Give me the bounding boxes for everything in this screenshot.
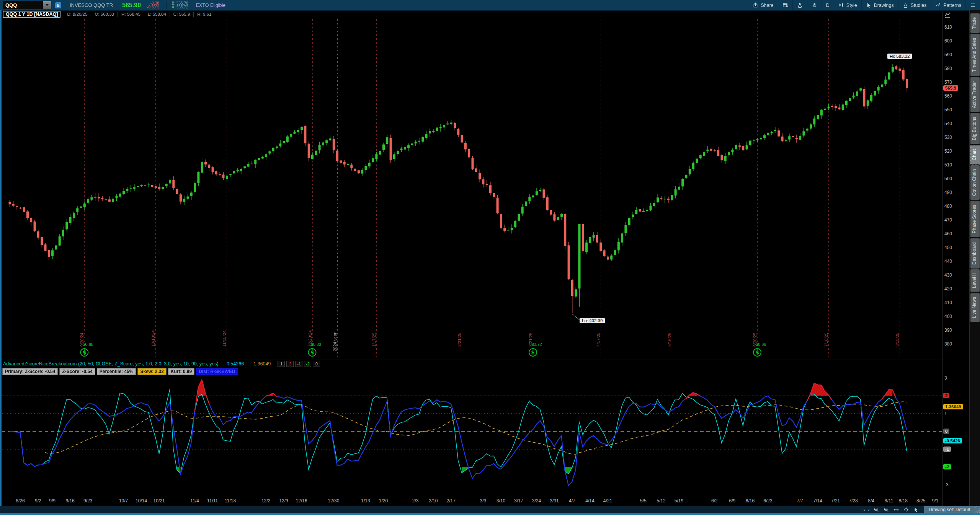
sidebar-tab-phase-scores[interactable]: Phase Scores: [970, 201, 980, 237]
indicator-axis-label: 2: [943, 393, 949, 398]
pattern-zigzag-icon[interactable]: [944, 12, 951, 20]
drawing-set-selector[interactable]: Drawing set: Default: [924, 506, 975, 513]
date-axis-label: 3/10: [497, 498, 505, 504]
date-axis[interactable]: 8/269/29/99/169/2310/710/1410/2111/411/1…: [0, 496, 942, 506]
flask-icon: [797, 2, 803, 8]
sidebar-tab-level-ii[interactable]: Level II: [970, 269, 980, 292]
price-axis-label: 560: [944, 93, 952, 99]
indicator-title[interactable]: AdvancedZscoreNiceBreakoutcom (20, 50, C…: [3, 361, 219, 367]
indicator-secondary-value: 1.36049: [250, 361, 274, 367]
date-axis-label: 8/18: [899, 498, 908, 504]
indicator-axis[interactable]: 321.3604910-0.5426-1-2-3: [942, 367, 969, 495]
indicator-header: AdvancedZscoreNiceBreakoutcom (20, 50, C…: [0, 360, 942, 367]
quick-study-button[interactable]: [792, 0, 807, 10]
sidebar-tab-times-and-sales[interactable]: Times And Sales: [970, 34, 980, 76]
chart-symbol-chip[interactable]: QQQ 1 Y 1D [NASDAQ]: [3, 11, 60, 18]
sidebar-tab-active-trader[interactable]: Active Trader: [970, 77, 980, 112]
date-axis-label: 9/2: [35, 498, 41, 504]
main-chart-canvas[interactable]: [0, 0, 980, 515]
sidebar-tab-trade[interactable]: Trade: [970, 13, 980, 33]
scroll-right-button[interactable]: ›: [867, 507, 871, 512]
indicator-toggle--1[interactable]: -1: [295, 361, 302, 367]
price-axis-label: 590: [944, 52, 952, 57]
pan-button[interactable]: [891, 507, 901, 512]
change-percent: -0.59%: [147, 5, 159, 9]
calendar-icon: [782, 2, 788, 8]
date-axis-label: 4/21: [603, 498, 612, 504]
menu-button[interactable]: [965, 0, 980, 10]
high-marker-bubble: Hi: 583.32: [887, 54, 912, 59]
share-icon: [753, 2, 758, 8]
date-axis-label: 3/31: [550, 498, 559, 504]
current-price-bubble: 565.9: [943, 85, 958, 91]
drawings-button[interactable]: Drawings: [861, 0, 898, 10]
candle-icon: [838, 2, 844, 8]
sidebar-tab-chart[interactable]: Chart: [970, 145, 980, 164]
sidebar-tab-big-buttons[interactable]: Big Buttons: [970, 113, 980, 144]
date-axis-label: 5/5: [640, 498, 647, 504]
scroll-left-button[interactable]: ‹: [862, 507, 866, 512]
price-axis-label: 410: [944, 300, 952, 305]
style-label: Style: [846, 3, 857, 8]
zoom-in-button[interactable]: [881, 507, 891, 512]
zoom-out-button[interactable]: [871, 507, 881, 512]
indicator-chip: Skew: 2.32: [137, 368, 166, 375]
symbol-dropdown-button[interactable]: [43, 1, 51, 9]
patterns-button[interactable]: Patterns: [931, 0, 965, 10]
indicator-toggles: 12-1-20: [276, 361, 320, 367]
symbol-box: [3, 1, 52, 10]
studies-label: Studies: [911, 3, 927, 8]
indicator-chip: Kurt: 0.99: [168, 368, 194, 375]
share-label: Share: [761, 3, 773, 8]
date-axis-label: 11/4: [190, 498, 199, 504]
indicator-toggle-2[interactable]: 2: [286, 361, 294, 367]
bid-ask: B: 565.70 A: 565.72: [166, 2, 188, 9]
flask-icon: [903, 2, 908, 8]
date-axis-label: 12/9: [279, 498, 288, 504]
price-axis-label: 540: [944, 121, 952, 126]
style-button[interactable]: Style: [834, 0, 861, 10]
indicator-toggle--2[interactable]: -2: [304, 361, 311, 367]
sidebar-tab-dashboard[interactable]: Dashboard: [970, 238, 980, 269]
price-axis-label: 520: [944, 148, 952, 154]
ohlc-fields: D: 8/20/25O: 568.33H: 568.45L: 558.84C: …: [64, 12, 215, 17]
indicator-axis-label: -1: [943, 447, 951, 452]
symbol-input[interactable]: [3, 2, 43, 9]
indicator-toggle-0[interactable]: 0: [313, 361, 320, 367]
price-axis-label: 480: [944, 204, 952, 209]
chart-settings-button[interactable]: [807, 0, 822, 10]
price-axis-label: 600: [944, 38, 952, 44]
sidebar-tab-live-news[interactable]: Live News: [970, 293, 980, 322]
price-axis-label: 510: [944, 162, 952, 168]
date-axis-label: 5/19: [675, 498, 683, 504]
date-axis-label: 4/14: [585, 498, 594, 504]
price-axis-label: 580: [944, 66, 952, 71]
share-button[interactable]: Share: [748, 0, 777, 10]
crosshair-icon: [903, 507, 909, 512]
pointer-button[interactable]: [911, 507, 921, 512]
symbol-b-badge[interactable]: B: [55, 2, 61, 8]
date-axis-label: 6/16: [746, 498, 755, 504]
price-axis-label: 380: [944, 341, 952, 347]
bid-value: B: 565.70: [172, 2, 188, 5]
alerts-button[interactable]: [778, 0, 792, 10]
price-axis-label: 550: [944, 107, 952, 112]
resize-grip[interactable]: [975, 506, 980, 513]
crosshair-button[interactable]: [901, 507, 911, 512]
gear-icon: [812, 2, 817, 8]
indicator-axis-label: -0.5426: [943, 438, 962, 443]
exto-eligible-label: EXTO Eligible: [196, 3, 226, 8]
indicator-toggle-1[interactable]: 1: [278, 361, 285, 367]
sidebar-tab-option-chain[interactable]: Option Chain: [970, 165, 980, 200]
ohlc-field-2: H: 568.45: [118, 12, 144, 17]
harrows-icon: [893, 507, 899, 512]
patterns-label: Patterns: [943, 3, 961, 8]
date-axis-label: 6/2: [711, 498, 718, 504]
date-axis-label: 8/4: [868, 498, 874, 504]
date-axis-label: 11/11: [207, 498, 218, 504]
timeframe-button[interactable]: D: [822, 0, 834, 10]
price-axis-label: 470: [944, 217, 952, 223]
indicator-chip: Primary: Z-Score: -0.54: [2, 368, 58, 375]
date-axis-label: 5/12: [657, 498, 665, 504]
studies-button[interactable]: Studies: [898, 0, 931, 10]
